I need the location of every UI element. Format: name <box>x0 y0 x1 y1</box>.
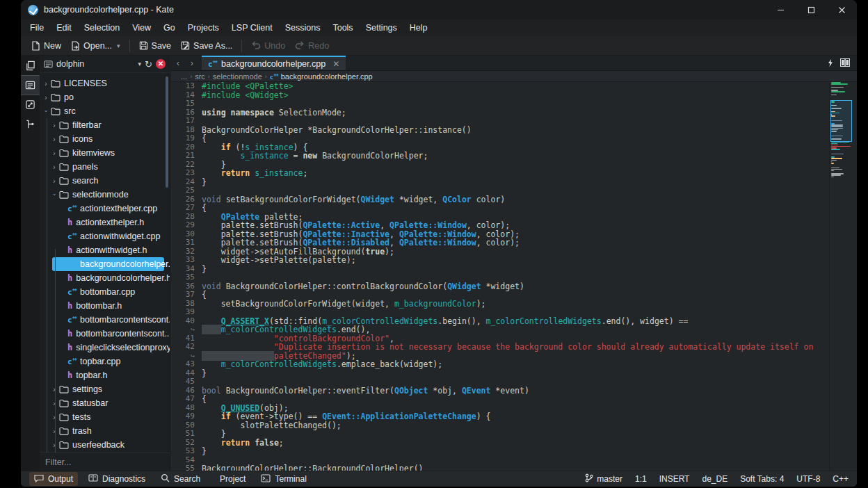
statusbar-search-button[interactable]: Search <box>156 472 205 486</box>
tree-file-singleclickselectionproxy-[interactable]: hsingleclickselectionproxy... <box>40 341 170 355</box>
git-icon[interactable] <box>21 95 40 114</box>
close-button[interactable] <box>826 0 857 19</box>
menu-file[interactable]: File <box>24 21 50 35</box>
expander-open-icon[interactable]: ⌄ <box>42 107 49 113</box>
minimap-viewport[interactable] <box>830 100 852 141</box>
tree-file-backgroundcolorhelper-h[interactable]: hbackgroundcolorhelper.h <box>40 271 170 285</box>
tree-folder-licenses[interactable]: ›LICENSES <box>40 76 170 90</box>
menu-view[interactable]: View <box>126 21 157 35</box>
line-number: 43 <box>171 360 202 369</box>
menu-lsp-client[interactable]: LSP Client <box>225 21 279 35</box>
expander-icon[interactable]: › <box>51 177 58 185</box>
tree-file-backgroundcolorhelper-c-[interactable]: c++backgroundcolorhelper.c... <box>40 257 170 271</box>
breadcrumb-selectionmode[interactable]: selectionmode <box>213 72 262 81</box>
documents-icon[interactable] <box>21 56 40 75</box>
status-master[interactable]: master <box>585 473 622 485</box>
minimap[interactable] <box>829 82 853 471</box>
filter-input[interactable] <box>40 453 170 471</box>
window-controls <box>765 0 857 19</box>
tree-folder-kitemviews[interactable]: ›kitemviews <box>40 146 170 160</box>
menu-sessions[interactable]: Sessions <box>279 21 327 35</box>
breadcrumb-overflow[interactable]: ... <box>181 72 187 81</box>
tree-file-bottombarcontentscont-[interactable]: hbottombarcontentscont... <box>40 327 170 341</box>
status-utf-8[interactable]: UTF-8 <box>796 474 820 484</box>
line-number: 17 <box>171 117 202 126</box>
status-c-[interactable]: C++ <box>833 474 849 484</box>
refresh-icon[interactable]: ↻ <box>145 59 152 70</box>
status-insert[interactable]: INSERT <box>659 474 690 484</box>
expander-icon[interactable]: › <box>51 163 58 171</box>
expander-icon[interactable]: › <box>51 414 58 421</box>
tree-file-bottombar-cpp[interactable]: c++bottombar.cpp <box>40 285 170 299</box>
tree-folder-tests[interactable]: ›tests <box>40 410 170 424</box>
projects-icon[interactable] <box>21 76 40 95</box>
statusbar-diagnostics-button[interactable]: Diagnostics <box>83 472 150 486</box>
menu-edit[interactable]: Edit <box>50 21 78 35</box>
cpp-file-icon: c++ <box>270 72 278 81</box>
tree-file-topbar-h[interactable]: htopbar.h <box>40 368 170 382</box>
expander-icon[interactable]: › <box>51 441 58 449</box>
expander-icon[interactable]: › <box>51 428 58 435</box>
close-circle-icon[interactable]: ✕ <box>156 59 166 69</box>
tree-file-bottombarcontentscont-[interactable]: c++bottombarcontentscont... <box>40 313 170 327</box>
expander-icon[interactable]: › <box>51 400 58 407</box>
chevron-down-icon[interactable]: ▾ <box>138 60 142 67</box>
tree-folder-po[interactable]: ›po <box>40 90 170 104</box>
tree-folder-panels[interactable]: ›panels <box>40 160 170 174</box>
tree-file-actionwithwidget-cpp[interactable]: c++actionwithwidget.cpp <box>40 229 170 243</box>
breadcrumb-file[interactable]: backgroundcolorhelper.cpp <box>281 72 373 81</box>
tree-folder-filterbar[interactable]: ›filterbar <box>40 118 170 132</box>
expander-icon[interactable]: › <box>51 122 58 129</box>
open-button[interactable]: Open...▾ <box>66 38 125 54</box>
menu-help[interactable]: Help <box>403 21 434 35</box>
history-back-button[interactable]: ‹ <box>171 56 185 70</box>
menu-tools[interactable]: Tools <box>326 21 359 35</box>
tree-file-actionwithwidget-h[interactable]: hactionwithwidget.h <box>40 243 170 257</box>
tree-file-actiontexthelper-h[interactable]: hactiontexthelper.h <box>40 215 170 229</box>
breadcrumb-src[interactable]: src <box>195 72 205 81</box>
statusbar-terminal-button[interactable]: Terminal <box>256 472 311 486</box>
save-button[interactable]: Save <box>134 38 177 54</box>
tab-close-icon[interactable]: ✕ <box>332 59 339 69</box>
tree-folder-icons[interactable]: ›icons <box>40 132 170 146</box>
status-de-de[interactable]: de_DE <box>702 474 728 484</box>
menu-settings[interactable]: Settings <box>360 21 403 35</box>
symbols-icon[interactable] <box>21 115 40 133</box>
menu-selection[interactable]: Selection <box>78 21 126 35</box>
tree-folder-userfeedback[interactable]: ›userfeedback <box>40 438 170 452</box>
expander-icon[interactable]: › <box>42 94 49 101</box>
statusbar-project-button[interactable]: Project <box>211 472 250 486</box>
tree-folder-trash[interactable]: ›trash <box>40 424 170 438</box>
maximize-button[interactable] <box>796 0 826 19</box>
tree-folder-statusbar[interactable]: ›statusbar <box>40 396 170 410</box>
statusbar-output-button[interactable]: Output <box>29 472 78 486</box>
split-view-icon[interactable] <box>840 57 850 70</box>
expander-icon[interactable]: › <box>51 136 58 143</box>
folder-icon <box>59 177 69 185</box>
tree-folder-settings[interactable]: ›settings <box>40 382 170 396</box>
expander-icon[interactable]: › <box>42 80 49 88</box>
tab-backgroundcolorhelper[interactable]: c++ backgroundcolorhelper.cpp ✕ <box>202 56 346 70</box>
tree-folder-search[interactable]: ›search <box>40 174 170 188</box>
status-soft-tabs-4[interactable]: Soft Tabs: 4 <box>740 474 784 484</box>
status-1-1[interactable]: 1:1 <box>635 474 647 484</box>
tree-folder-src[interactable]: ⌄src <box>40 104 170 118</box>
new-button[interactable]: New <box>26 38 66 54</box>
history-forward-button[interactable]: › <box>185 56 199 70</box>
save-as-button[interactable]: Save As... <box>176 38 237 54</box>
tree-file-bottombar-h[interactable]: hbottombar.h <box>40 299 170 313</box>
tree-scrollbar[interactable] <box>166 76 168 188</box>
code-editor[interactable]: 13#include <QPalette>14#include <QWidget… <box>171 82 857 471</box>
lightning-icon[interactable] <box>828 57 833 70</box>
tree-file-topbar-cpp[interactable]: c++topbar.cpp <box>40 355 170 368</box>
expander-icon[interactable]: › <box>51 149 58 157</box>
tree-file-actiontexthelper-cpp[interactable]: c++actiontexthelper.cpp <box>40 202 170 215</box>
tree-folder-selectionmode[interactable]: ⌄selectionmode <box>40 188 170 202</box>
expander-open-icon[interactable]: ⌄ <box>51 190 58 197</box>
expander-icon[interactable]: › <box>51 386 58 393</box>
code-text: m_colorControlledWidgets.emplace_back(wi… <box>202 360 442 369</box>
folder-icon <box>59 149 69 157</box>
menu-go[interactable]: Go <box>157 21 182 35</box>
minimize-button[interactable] <box>765 0 796 19</box>
menu-projects[interactable]: Projects <box>182 21 225 35</box>
